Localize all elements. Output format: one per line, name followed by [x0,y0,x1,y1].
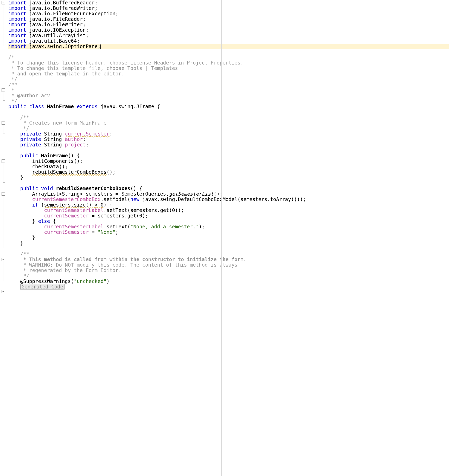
fold-toggle-icon[interactable]: − [2,121,5,125]
blank-line[interactable] [8,49,449,55]
code-line[interactable]: public void rebuildSemesterComboBoxes() … [8,186,449,191]
code-line[interactable]: public MainFrame() { [8,153,449,158]
brace: { [50,218,56,224]
javadoc-line[interactable]: /** [8,251,449,257]
fold-toggle-icon[interactable]: − [2,88,5,92]
fold-end [3,248,5,248]
code-line[interactable]: import java.io.BufferedWriter; [8,5,449,11]
code-line[interactable]: currentSemester = semesters.get(0); [8,213,449,218]
code-line[interactable]: } [8,235,449,240]
field-ref: currentSemesterComboBox [32,196,101,202]
code-line[interactable]: private String currentSemester; [8,131,449,137]
code-line[interactable]: import java.io.FileNotFoundException; [8,11,449,16]
keyword: public [8,104,26,109]
code-line[interactable]: import java.io.BufferedReader; [8,0,449,5]
code-line[interactable]: import java.util.ArrayList; [8,33,449,38]
field-ref: currentSemester [44,229,89,235]
keyword: private [20,131,41,137]
javadoc-line[interactable]: * [8,87,449,93]
code-line[interactable]: import java.io.FileReader; [8,16,449,22]
comment-line[interactable]: * To change this license header, choose … [8,60,449,66]
code-line[interactable]: checkData(); [8,164,449,169]
code-line[interactable]: import java.io.FileWriter; [8,22,449,27]
javadoc-line[interactable]: /** [8,82,449,87]
code-line[interactable]: initComponents(); [8,158,449,164]
code-line[interactable]: public class MainFrame extends javax.swi… [8,104,449,109]
stmt: checkData(); [32,164,68,169]
import-target: java.io.BufferedReader [29,0,95,5]
javadoc-line[interactable]: * @author acv [8,93,449,98]
code-line[interactable]: currentSemesterLabel.setText("None, add … [8,224,449,229]
paren: ) { [104,202,112,208]
brace: { [157,104,160,109]
fold-toggle-expand-icon[interactable]: + [2,290,5,293]
brace: { [77,153,80,158]
field-ref: currentSemester [44,213,89,218]
base-class: javax.swing.JFrame [101,104,154,109]
code-line[interactable]: rebuildSemesterComboBoxes(); [8,169,449,175]
code-line[interactable]: import java.util.Base64; [8,38,449,44]
javadoc-line[interactable]: /** [8,115,449,120]
fold-end [3,182,5,183]
field-name: project [65,142,86,147]
string-literal: "unchecked" [74,278,107,284]
javadoc-line[interactable]: * WARNING: Do NOT modify this code. The … [8,262,449,268]
code-line[interactable]: } [8,175,449,180]
code-line[interactable]: ArrayList<String> semesters = SemesterQu… [8,191,449,197]
stmt: = [89,229,98,235]
javadoc-line[interactable]: */ [8,126,449,131]
code-line[interactable]: currentSemesterComboBox.setModel(new jav… [8,197,449,202]
javadoc-line[interactable]: * regenerated by the Form Editor. [8,268,449,273]
sig: () [130,185,136,191]
blank-line[interactable] [8,147,449,153]
folded-generated-code[interactable]: Generated Code [20,284,65,290]
text-caret [100,44,101,49]
blank-line[interactable] [8,246,449,251]
code-editor[interactable]: − − − − − − + import java.io.BufferedRea… [0,0,449,476]
fold-toggle-icon[interactable]: − [2,1,5,4]
javadoc-line[interactable]: */ [8,98,449,104]
code-line[interactable]: private String project; [8,142,449,147]
javadoc-open: /** [20,114,29,120]
import-target: java.io.IOException [29,27,86,33]
fold-end [3,133,5,133]
fold-end [3,281,5,281]
code-line[interactable]: currentSemesterLabel.setText(semesters.g… [8,208,449,213]
print-margin [221,0,222,476]
comment-line[interactable]: /* [8,55,449,60]
semi: ; [110,131,112,137]
keyword: extends [77,104,98,109]
type: String [44,131,62,137]
blank-line[interactable] [8,180,449,186]
code-line[interactable]: currentSemester = "None"; [8,229,449,235]
javadoc-line[interactable]: * Creates new form MainFrame [8,120,449,126]
paren: ( [38,202,44,208]
javadoc-close: */ [20,125,29,131]
code-line[interactable]: import java.io.IOException; [8,27,449,33]
keyword: private [20,142,41,147]
blank-line[interactable] [8,109,449,115]
method-name: rebuildSemesterComboBoxes [56,185,130,191]
comment-line[interactable]: */ [8,76,449,82]
fold-toggle-icon[interactable]: − [2,192,5,196]
javadoc-close: */ [20,273,29,279]
code-line[interactable]: private String author; [8,137,449,142]
code-area[interactable]: import java.io.BufferedReader; import ja… [7,0,449,476]
code-line[interactable]: if (semesters.size() > 0) { [8,202,449,208]
fold-toggle-icon[interactable]: − [2,258,5,261]
javadoc-line[interactable]: * This method is called from within the … [8,257,449,262]
javadoc-text: * regenerated by the Form Editor. [20,267,121,273]
keyword: import [8,43,26,49]
stmt: .setText(semesters.get(0)); [104,207,184,213]
comment-line[interactable]: * and open the template in the editor. [8,71,449,76]
code-line[interactable]: } else { [8,218,449,224]
keyword: import [8,0,26,5]
fold-toggle-icon[interactable]: − [2,159,5,163]
code-line[interactable]: Generated Code [8,284,449,290]
javadoc-line[interactable]: */ [8,273,449,279]
code-line-current[interactable]: import javax.swing.JOptionPane; [8,44,449,49]
code-line[interactable]: } [8,240,449,246]
code-line[interactable]: @SuppressWarnings("unchecked") [8,279,449,284]
comment-line[interactable]: * To change this template file, choose T… [8,66,449,71]
stmt: javax.swing.DefaultComboBoxModel(semeste… [139,196,306,202]
